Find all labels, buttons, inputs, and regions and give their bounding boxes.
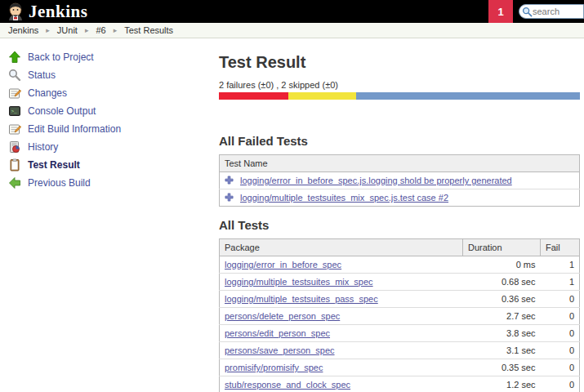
sidebar-item-console-output[interactable]: >_ Console Output bbox=[8, 102, 219, 120]
all-tests-heading: All Tests bbox=[219, 218, 580, 232]
table-row: logging/multiple_testsuites_mix_spec.js.… bbox=[220, 189, 580, 207]
search-box bbox=[519, 4, 584, 19]
test-summary: 2 failures (±0) , 2 skipped (±0) bbox=[219, 80, 580, 90]
table-row: stub/response_and_clock_spec 1.2 sec 0 bbox=[220, 376, 580, 392]
jenkins-home-link[interactable]: Jenkins bbox=[0, 2, 488, 22]
duration-cell: 3.1 sec bbox=[463, 342, 541, 359]
breadcrumb: Jenkins ▸ JUnit ▸ #6 ▸ Test Results bbox=[0, 23, 584, 38]
duration-cell: 2.7 sec bbox=[463, 308, 541, 325]
expand-plus-icon[interactable] bbox=[225, 176, 234, 185]
sidebar-item-label: Edit Build Information bbox=[28, 123, 121, 135]
package-link[interactable]: stub/response_and_clock_spec bbox=[225, 380, 350, 390]
sidebar-item-label: Test Result bbox=[28, 159, 80, 171]
breadcrumb-separator-icon: ▸ bbox=[114, 26, 118, 34]
fail-count-cell: 0 bbox=[541, 308, 580, 325]
test-result-bar bbox=[219, 92, 580, 100]
duration-cell: 0 ms bbox=[463, 256, 541, 274]
failed-test-link[interactable]: logging/multiple_testsuites_mix_spec.js.… bbox=[240, 193, 448, 203]
skipped-bar-segment bbox=[288, 92, 355, 100]
fail-count-cell: 0 bbox=[541, 359, 580, 376]
sidebar-item-label: Back to Project bbox=[28, 51, 94, 63]
alert-count-badge[interactable]: 1 bbox=[488, 0, 513, 23]
page-title: Test Result bbox=[219, 53, 580, 72]
package-link[interactable]: promisify/promisify_spec bbox=[225, 363, 323, 372]
fail-count-cell: 0 bbox=[541, 325, 580, 342]
duration-cell: 1.2 sec bbox=[463, 376, 541, 392]
breadcrumb-junit[interactable]: JUnit bbox=[57, 25, 78, 35]
top-header: Jenkins 1 bbox=[0, 0, 584, 23]
sidebar-item-history[interactable]: History bbox=[8, 138, 219, 156]
expand-plus-icon[interactable] bbox=[225, 193, 234, 202]
duration-cell: 0.68 sec bbox=[463, 274, 541, 291]
sidebar-item-label: Changes bbox=[28, 87, 67, 99]
sidebar-item-status[interactable]: Status bbox=[8, 66, 219, 84]
column-header-duration: Duration bbox=[463, 239, 541, 256]
breadcrumb-test-results[interactable]: Test Results bbox=[124, 25, 173, 35]
sidebar-item-edit-build-information[interactable]: Edit Build Information bbox=[8, 120, 219, 138]
sidebar-item-previous-build[interactable]: Previous Build bbox=[8, 174, 219, 192]
history-icon bbox=[8, 140, 21, 154]
column-header-package: Package bbox=[220, 239, 463, 256]
table-row: persons/edit_person_spec 3.8 sec 0 bbox=[220, 325, 580, 342]
column-header-fail: Fail bbox=[541, 239, 580, 256]
app-title: Jenkins bbox=[29, 2, 87, 22]
breadcrumb-jenkins[interactable]: Jenkins bbox=[8, 25, 38, 35]
package-link[interactable]: logging/multiple_testsuites_mix_spec bbox=[225, 277, 373, 287]
magnifier-icon bbox=[8, 69, 21, 82]
sidebar-item-label: Previous Build bbox=[28, 177, 91, 189]
failed-tests-heading: All Failed Tests bbox=[219, 134, 580, 148]
failed-bar-segment bbox=[219, 92, 288, 100]
left-arrow-icon bbox=[8, 176, 21, 189]
main-content: Test Result 2 failures (±0) , 2 skipped … bbox=[219, 38, 584, 392]
column-header-test-name: Test Name bbox=[220, 155, 580, 172]
table-row: logging/error_in_before_spec 0 ms 1 bbox=[220, 256, 580, 274]
table-row: persons/delete_person_spec 2.7 sec 0 bbox=[220, 308, 580, 325]
table-row: logging/multiple_testsuites_pass_spec 0.… bbox=[220, 291, 580, 308]
sidebar: Back to Project Status Changes bbox=[0, 38, 219, 392]
package-link[interactable]: logging/error_in_before_spec bbox=[225, 260, 341, 270]
clipboard-icon bbox=[8, 158, 21, 172]
breadcrumb-build-6[interactable]: #6 bbox=[96, 25, 105, 35]
breadcrumb-separator-icon: ▸ bbox=[46, 26, 50, 34]
duration-cell: 3.8 sec bbox=[463, 325, 541, 342]
sidebar-item-changes[interactable]: Changes bbox=[8, 84, 219, 102]
passed-bar-segment bbox=[356, 92, 580, 100]
package-link[interactable]: logging/multiple_testsuites_pass_spec bbox=[225, 294, 378, 304]
package-link[interactable]: persons/delete_person_spec bbox=[225, 311, 340, 321]
all-tests-table: Package Duration Fail logging/error_in_b… bbox=[219, 238, 580, 392]
svg-text:>_: >_ bbox=[11, 109, 18, 114]
table-row: promisify/promisify_spec 0.35 sec 0 bbox=[220, 359, 580, 376]
sidebar-item-label: Status bbox=[28, 69, 56, 81]
fail-count-cell: 1 bbox=[541, 256, 580, 274]
document-pencil-icon bbox=[8, 87, 21, 100]
breadcrumb-separator-icon: ▸ bbox=[85, 26, 89, 34]
up-arrow-icon bbox=[8, 51, 21, 64]
sidebar-item-label: History bbox=[28, 141, 58, 153]
fail-count-cell: 1 bbox=[541, 274, 580, 291]
search-input[interactable] bbox=[533, 7, 575, 16]
sidebar-item-back-to-project[interactable]: Back to Project bbox=[8, 48, 219, 66]
duration-cell: 0.35 sec bbox=[463, 359, 541, 376]
sidebar-item-test-result[interactable]: Test Result bbox=[8, 156, 219, 174]
fail-count-cell: 0 bbox=[541, 291, 580, 308]
document-pencil-icon bbox=[8, 122, 21, 136]
jenkins-butler-icon bbox=[7, 2, 25, 21]
table-row: logging/error_in_before_spec.js.logging … bbox=[220, 172, 580, 189]
package-link[interactable]: persons/save_person_spec bbox=[225, 345, 335, 355]
failed-test-link[interactable]: logging/error_in_before_spec.js.logging … bbox=[240, 176, 512, 185]
table-row: logging/multiple_testsuites_mix_spec 0.6… bbox=[220, 274, 580, 291]
duration-cell: 0.36 sec bbox=[463, 291, 541, 308]
search-icon bbox=[522, 7, 533, 17]
sidebar-item-label: Console Output bbox=[28, 105, 96, 117]
terminal-icon: >_ bbox=[8, 105, 21, 118]
fail-count-cell: 0 bbox=[541, 342, 580, 359]
failed-tests-table: Test Name logging/error_in_before_spec.j… bbox=[219, 154, 580, 207]
package-link[interactable]: persons/edit_person_spec bbox=[225, 328, 330, 338]
table-row: persons/save_person_spec 3.1 sec 0 bbox=[220, 342, 580, 359]
fail-count-cell: 0 bbox=[541, 376, 580, 392]
